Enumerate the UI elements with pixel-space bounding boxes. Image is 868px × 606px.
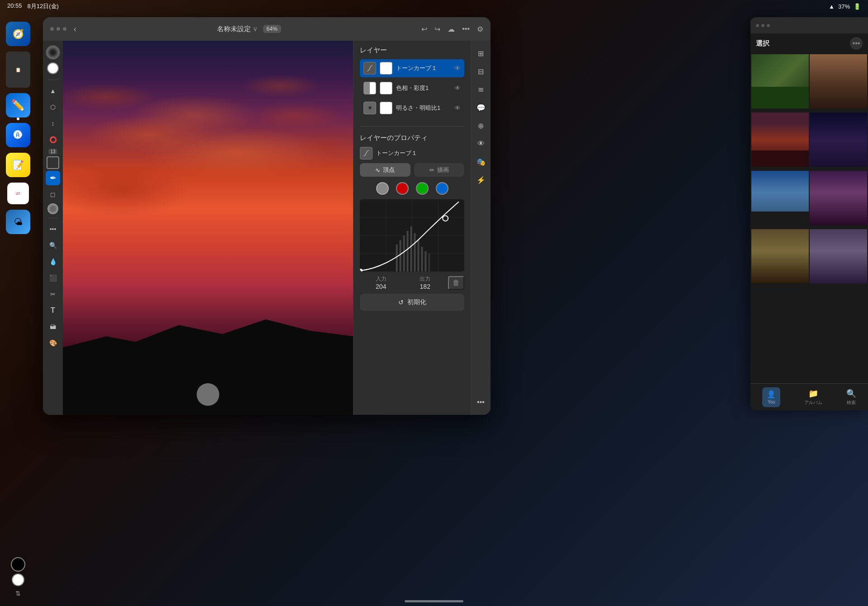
layer-item-1[interactable]: 色相・彩度1 👁 (360, 79, 464, 97)
photo-thumb-2[interactable] (810, 54, 867, 112)
sidebar-mask-icon[interactable]: 🎭 (474, 155, 488, 169)
cloud-button[interactable]: ☁ (448, 25, 455, 33)
sidebar-adjustments-icon[interactable]: ≋ (474, 82, 488, 97)
photos-title-bar (750, 17, 868, 33)
dock-calendar[interactable]: 27 (7, 183, 29, 204)
dock-notes[interactable]: 📝 (6, 153, 30, 177)
dock: 🧭 📋 ✏️ 🅐 📝 27 🌤 ⇅ (0, 13, 36, 606)
tool-eraser[interactable]: ◻ (46, 187, 60, 202)
draw-icon: ✏ (429, 167, 434, 174)
vertices-icon: ∿ (375, 167, 380, 174)
photo-thumb-4[interactable] (810, 113, 867, 170)
delete-point-button[interactable]: 🗑 (448, 276, 464, 290)
channel-green[interactable] (416, 182, 429, 195)
dock-browser[interactable]: 📋 (6, 52, 30, 88)
tab-draw[interactable]: ✏ 描画 (414, 163, 465, 177)
content-area: ▲ ⬡ ↕ ⭕ 13 ✒ ◻ ••• 🔍 💧 ⬛ ✂ T 🏔 🎨 (43, 41, 491, 415)
layer-visibility-0[interactable]: 👁 (454, 65, 461, 72)
tool-transform[interactable]: ↕ (46, 116, 60, 131)
tool-selection[interactable]: ⭕ (46, 132, 60, 147)
you-badge: 👤 You (762, 387, 780, 407)
channel-blue[interactable] (436, 182, 448, 195)
photos-select-label[interactable]: 選択 (756, 39, 769, 48)
dock-safari[interactable]: 🧭 (6, 22, 30, 46)
photo-thumb-3[interactable] (751, 113, 809, 170)
back-button[interactable]: ‹ (74, 24, 76, 34)
tab-vertices[interactable]: ∿ 頂点 (360, 163, 410, 177)
photo-thumb-6[interactable] (810, 171, 867, 228)
layer-visibility-1[interactable]: 👁 (454, 85, 461, 92)
layers-title: レイヤー (360, 46, 464, 55)
reset-icon: ↺ (398, 299, 404, 306)
photos-tab-search[interactable]: 🔍 検索 (846, 389, 856, 406)
home-gesture-indicator (197, 383, 219, 406)
svg-rect-15 (428, 254, 430, 272)
photo-dot-1 (756, 24, 759, 27)
status-date: 8月12日(金) (28, 2, 59, 10)
dock-appstore[interactable]: 🅐 (6, 123, 30, 147)
dock-weather[interactable]: 🌤 (6, 210, 30, 234)
tool-color-fill[interactable] (47, 156, 59, 169)
tool-colorpick[interactable]: 🎨 (46, 336, 60, 350)
property-row: トーンカーブ１ (360, 147, 464, 160)
tool-gradient[interactable]: ⬛ (46, 271, 60, 285)
svg-rect-13 (421, 247, 423, 272)
layer-mask-thumb-2 (380, 102, 392, 114)
undo-button[interactable]: ↩ (421, 25, 427, 33)
layer-item-2[interactable]: ☀ 明るさ・明暗比1 👁 (360, 99, 464, 117)
tool-move[interactable]: ▲ (46, 84, 60, 98)
search-icon: 🔍 (846, 389, 856, 399)
photos-more-btn[interactable]: ••• (850, 37, 863, 50)
svg-rect-12 (417, 240, 419, 272)
sidebar-select-icon[interactable]: ⚡ (474, 173, 488, 187)
sidebar-add-icon[interactable]: ⊕ (474, 118, 488, 133)
tool-vector[interactable]: 🏔 (46, 319, 60, 334)
settings-button[interactable]: ⚙ (477, 25, 483, 33)
sidebar-comments-icon[interactable]: 💬 (474, 100, 488, 115)
tool-more[interactable]: ••• (46, 222, 60, 236)
channel-red[interactable] (396, 182, 409, 195)
sidebar-visibility-icon[interactable]: 👁 (474, 136, 488, 151)
window-dot-2 (57, 27, 60, 31)
svg-rect-7 (400, 240, 401, 272)
photo-thumb-8[interactable] (810, 229, 867, 287)
svg-point-17 (360, 269, 363, 272)
svg-rect-9 (407, 231, 409, 272)
canvas-area[interactable] (63, 41, 353, 415)
sidebar-layerops-icon[interactable]: ⊟ (474, 64, 488, 79)
brush-size-badge: 13 (48, 149, 57, 155)
albums-label: アルバム (804, 399, 822, 406)
fg-color-swatch[interactable] (11, 557, 25, 572)
more-button[interactable]: ••• (462, 25, 470, 33)
curve-chart[interactable] (360, 199, 464, 272)
redo-button[interactable]: ↪ (434, 25, 440, 33)
tool-eyedropper[interactable]: 💧 (46, 254, 60, 269)
swap-colors-btn[interactable]: ⇅ (15, 590, 21, 597)
tool-crop[interactable]: ✂ (46, 287, 60, 301)
photos-tab-albums[interactable]: 📁 アルバム (804, 389, 822, 406)
layer-visibility-2[interactable]: 👁 (454, 104, 461, 112)
property-thumb (360, 147, 373, 160)
brush-color-white (47, 62, 59, 74)
sidebar-more-icon[interactable]: ••• (474, 395, 488, 409)
channel-gray[interactable] (376, 182, 389, 195)
zoom-level[interactable]: 64% (263, 25, 281, 33)
photos-tab-you[interactable]: 👤 You (762, 387, 780, 407)
bg-color-swatch[interactable] (12, 573, 24, 586)
reset-button[interactable]: ↺ 初期化 (360, 294, 464, 311)
layer-name-2: 明るさ・明暗比1 (396, 104, 451, 112)
tool-zoom[interactable]: 🔍 (46, 238, 60, 253)
photo-thumb-7[interactable] (751, 229, 809, 287)
tool-lasso[interactable]: ⬡ (46, 100, 60, 114)
dock-pixelmator[interactable]: ✏️ (6, 93, 30, 117)
tool-text[interactable]: T (46, 303, 60, 318)
photo-thumb-5[interactable] (751, 171, 809, 228)
photo-thumb-1[interactable] (751, 54, 809, 112)
tool-brush[interactable]: ✒ (46, 171, 60, 185)
channel-selectors (360, 182, 464, 195)
layer-item-0[interactable]: トーンカーブ１ 👁 (360, 59, 464, 77)
battery-percent: 37% (838, 3, 850, 10)
sidebar-layers-icon[interactable]: ⊞ (474, 46, 488, 61)
layer-mask-thumb-1 (380, 82, 392, 94)
photos-window-dots (756, 24, 770, 27)
